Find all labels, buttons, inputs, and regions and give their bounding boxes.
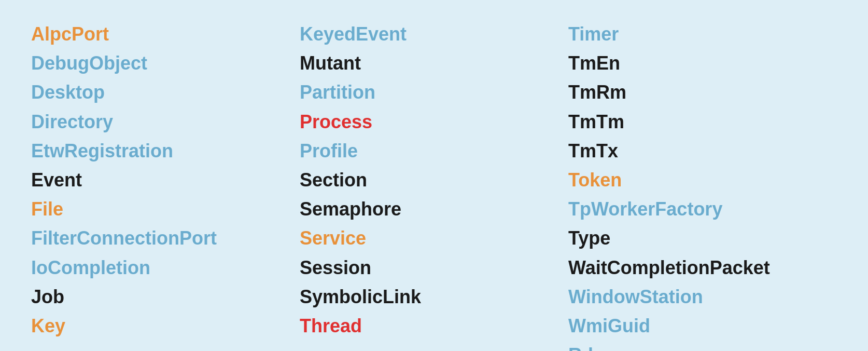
main-container: AlpcPortDebugObjectDesktopDirectoryEtwRe… (0, 0, 868, 351)
item-windowstation: WindowStation (568, 284, 837, 310)
item-wmiguid: WmiGuid (568, 313, 837, 340)
item-section: Section (300, 167, 568, 194)
item-mutant: Mutant (300, 50, 568, 77)
item-timer: Timer (568, 21, 837, 48)
item-keyedevent: KeyedEvent (300, 21, 568, 48)
item-semaphore: Semaphore (300, 196, 568, 223)
item-rdp-: Rdp… (568, 342, 837, 351)
item-process: Process (300, 109, 568, 136)
item-tmtm: TmTm (568, 109, 837, 136)
column-1: AlpcPortDebugObjectDesktopDirectoryEtwRe… (31, 21, 300, 330)
item-service: Service (300, 225, 568, 252)
item-type: Type (568, 225, 837, 252)
item-key: Key (31, 313, 300, 340)
item-profile: Profile (300, 138, 568, 165)
item-partition: Partition (300, 79, 568, 106)
item-iocompletion: IoCompletion (31, 254, 300, 281)
item-alpcport: AlpcPort (31, 21, 300, 48)
item-directory: Directory (31, 109, 300, 136)
item-filterconnectionport: FilterConnectionPort (31, 225, 300, 252)
item-file: File (31, 196, 300, 223)
item-symboliclink: SymbolicLink (300, 284, 568, 310)
item-tmtx: TmTx (568, 138, 837, 165)
column-2: KeyedEventMutantPartitionProcessProfileS… (300, 21, 568, 330)
item-token: Token (568, 167, 837, 194)
item-tpworkerfactory: TpWorkerFactory (568, 196, 837, 223)
item-desktop: Desktop (31, 79, 300, 106)
column-3: TimerTmEnTmRmTmTmTmTxTokenTpWorkerFactor… (568, 21, 837, 330)
item-etwregistration: EtwRegistration (31, 138, 300, 165)
item-session: Session (300, 254, 568, 281)
item-thread: Thread (300, 313, 568, 340)
item-debugobject: DebugObject (31, 50, 300, 77)
item-tmen: TmEn (568, 50, 837, 77)
item-waitcompletionpacket: WaitCompletionPacket (568, 254, 837, 281)
item-job: Job (31, 284, 300, 310)
item-tmrm: TmRm (568, 79, 837, 106)
item-event: Event (31, 167, 300, 194)
